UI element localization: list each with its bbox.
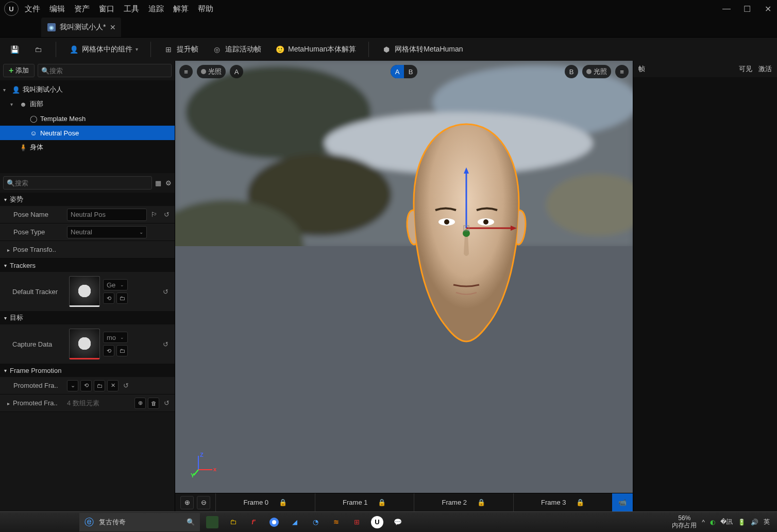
section-trackers[interactable]: ▾Trackers <box>0 259 175 272</box>
frame-slot-0[interactable]: Frame 0🔒 <box>215 493 315 512</box>
search-icon[interactable]: 🔍 <box>187 518 195 526</box>
viewport-ab-toggle[interactable]: A B <box>391 65 417 78</box>
taskbar-search[interactable]: ⓔ 复古传奇 🔍 <box>79 513 200 531</box>
frame-remove[interactable]: ⊖ <box>197 496 210 509</box>
add-element-icon[interactable]: ⊕ <box>134 398 146 409</box>
taskbar-office[interactable]: ⊞ <box>350 516 363 528</box>
capture-thumbnail[interactable] <box>69 329 100 359</box>
use-selected-icon[interactable]: ⟲ <box>103 293 114 304</box>
pose-name-input[interactable]: Neutral Pos <box>67 209 147 221</box>
camera-button[interactable]: 📹 <box>612 493 633 512</box>
browse-icon[interactable]: 🗀 <box>116 345 128 356</box>
promote-frame-button[interactable]: ⊞提升帧 <box>158 41 204 58</box>
menu-solve[interactable]: 解算 <box>173 4 189 14</box>
editor-tab[interactable]: ◉ 我叫测试小人* ✕ <box>41 18 121 37</box>
ue-logo[interactable]: U <box>4 2 19 16</box>
tray-icon-1[interactable]: ◐ <box>710 519 715 526</box>
taskbar-explorer[interactable]: 🗀 <box>227 516 239 528</box>
taskbar-app-6[interactable]: ◔ <box>309 516 322 528</box>
taskbar-unreal[interactable]: U <box>371 516 383 528</box>
menu-window[interactable]: 窗口 <box>99 4 114 14</box>
tree-template-mesh[interactable]: ◯Template Mesh <box>0 111 175 126</box>
metahuman-solve-button[interactable]: 🙂MetaHuman本体解算 <box>269 41 361 58</box>
mesh-to-mh-button[interactable]: ⬢网格体转MetaHuman <box>376 41 468 58</box>
tab-close[interactable]: ✕ <box>110 23 116 31</box>
add-button[interactable]: +添加 <box>3 64 35 77</box>
tree-body[interactable]: 🧍身体 <box>0 140 175 155</box>
taskbar-wechat[interactable]: 💬 <box>392 516 404 528</box>
tree-root[interactable]: ▾👤我叫测试小人 <box>0 82 175 97</box>
viewport-menu-right[interactable]: ≡ <box>615 65 629 78</box>
components-dropdown[interactable]: 👤网格体中的组件▾ <box>63 41 143 58</box>
reset-icon[interactable]: ↺ <box>121 382 131 389</box>
frame-slot-3[interactable]: Frame 3🔒 <box>513 493 613 512</box>
section-pose[interactable]: ▾姿势 <box>0 193 175 206</box>
tracker-thumbnail[interactable] <box>69 276 100 307</box>
viewport-lighting-right[interactable]: 光照 <box>582 65 611 78</box>
ime-indicator[interactable]: 英 <box>764 518 770 526</box>
menu-file[interactable]: 文件 <box>25 4 40 14</box>
activate-column-label[interactable]: 激活 <box>758 64 772 74</box>
dropdown-icon[interactable]: ⌄ <box>67 380 78 391</box>
flag-icon[interactable]: 🏳 <box>149 211 159 218</box>
taskbar-app-7[interactable]: ≋ <box>330 516 342 528</box>
menu-edit[interactable]: 编辑 <box>49 4 65 14</box>
pose-transform-label[interactable]: ▸Pose Transfo.. <box>0 246 67 253</box>
taskbar-app-1[interactable] <box>206 516 218 528</box>
taskbar-app-5[interactable]: ◢ <box>289 516 301 528</box>
wifi-icon[interactable]: �訊 <box>720 518 733 526</box>
use-selected-icon[interactable]: ⟲ <box>103 345 114 356</box>
reset-icon[interactable]: ↺ <box>161 211 172 218</box>
viewport[interactable]: ≡ 光照 A A B B 光照 ≡ Z x Y <box>175 61 633 493</box>
tracker-dropdown[interactable]: Ge⌄ <box>103 279 128 290</box>
grid-view-icon[interactable]: ▦ <box>155 179 161 187</box>
menu-track[interactable]: 追踪 <box>148 4 164 14</box>
clear-icon[interactable]: 🗑 <box>148 398 159 409</box>
reset-icon[interactable]: ↺ <box>161 399 172 407</box>
ab-a[interactable]: A <box>391 65 404 78</box>
viewport-lighting-left[interactable]: 光照 <box>197 65 226 78</box>
window-minimize[interactable]: — <box>721 4 732 14</box>
volume-icon[interactable]: 🔊 <box>751 519 758 526</box>
memory-usage[interactable]: 56%内存占用 <box>672 515 697 528</box>
menu-tool[interactable]: 工具 <box>124 4 139 14</box>
visible-column-label[interactable]: 可见 <box>739 64 752 74</box>
section-target[interactable]: ▾目标 <box>0 311 175 324</box>
delete-icon[interactable]: ✕ <box>107 380 119 391</box>
sync-icon[interactable]: ⟲ <box>80 380 92 391</box>
folder-icon[interactable]: 🗀 <box>94 380 105 391</box>
viewport-a-left[interactable]: A <box>230 65 243 78</box>
reset-icon[interactable]: ↺ <box>160 340 171 348</box>
promoted-fra-array-label[interactable]: ▸Promoted Fra.. <box>0 399 67 407</box>
save-button[interactable]: 💾 <box>4 41 25 58</box>
outliner-search-input[interactable] <box>49 67 168 75</box>
pose-type-dropdown[interactable]: Neutral⌄ <box>67 226 147 238</box>
details-search-input[interactable] <box>15 179 148 187</box>
capture-dropdown[interactable]: mo⌄ <box>103 332 128 343</box>
menu-asset[interactable]: 资产 <box>74 4 90 14</box>
taskbar-chrome[interactable] <box>268 516 280 528</box>
window-close[interactable]: ✕ <box>763 4 773 14</box>
tree-neutral-pose[interactable]: ☺Neutral Pose <box>0 126 175 140</box>
frame-slot-1[interactable]: Frame 1🔒 <box>315 493 414 512</box>
viewport-menu[interactable]: ≡ <box>179 65 193 78</box>
outliner-search[interactable]: 🔍 <box>38 64 172 77</box>
frame-add[interactable]: ⊕ <box>180 496 194 509</box>
section-frame-promotion[interactable]: ▾Frame Promotion <box>0 364 175 377</box>
tray-expand-icon[interactable]: ^ <box>702 519 705 526</box>
expand-icon[interactable]: ▾ <box>10 101 16 107</box>
taskbar-app-3[interactable]: f' <box>247 516 260 528</box>
browse-button[interactable]: 🗀 <box>28 41 48 58</box>
ab-b[interactable]: B <box>404 65 417 78</box>
track-active-frame-button[interactable]: ◎追踪活动帧 <box>207 41 266 58</box>
browse-icon[interactable]: 🗀 <box>116 293 128 304</box>
reset-icon[interactable]: ↺ <box>160 288 171 296</box>
tree-face[interactable]: ▾☻面部 <box>0 97 175 111</box>
battery-icon[interactable]: 🔋 <box>738 519 746 526</box>
menu-help[interactable]: 帮助 <box>198 4 213 14</box>
gear-icon[interactable]: ⚙ <box>165 179 172 187</box>
expand-icon[interactable]: ▾ <box>3 87 9 93</box>
details-search[interactable]: 🔍 <box>3 176 152 190</box>
viewport-b-right[interactable]: B <box>565 65 578 78</box>
window-maximize[interactable]: ☐ <box>742 4 752 14</box>
